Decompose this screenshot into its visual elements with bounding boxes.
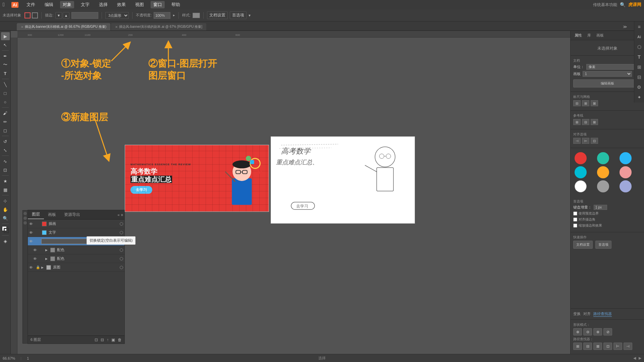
move-selection-to-layer[interactable]: ↑ (107, 338, 109, 342)
layer-target-illustration[interactable] (120, 222, 123, 226)
menu-edit[interactable]: 编辑 (42, 1, 56, 8)
outline-btn[interactable]: ⊢ (613, 343, 622, 350)
swatch-blue[interactable] (620, 152, 632, 164)
bar-chart-tool[interactable]: ▦ (1, 186, 10, 194)
delete-layer[interactable]: 🗑 (118, 338, 122, 342)
draw-mode[interactable]: ◈ (1, 237, 10, 245)
menu-file[interactable]: 文件 (24, 1, 38, 8)
status-nav-right[interactable]: ▶ (639, 356, 641, 360)
tab-asset-export[interactable]: 资源导出 (60, 210, 84, 219)
tab-transform[interactable]: 变换 (573, 311, 581, 317)
menu-help[interactable]: 帮助 (169, 1, 183, 8)
rp-effect-icon[interactable]: ✦ (635, 93, 643, 101)
rp-ai-icon[interactable]: Ai (635, 33, 643, 41)
pen-tool[interactable]: ✒ (1, 52, 10, 60)
layer-vis-editing[interactable]: 👁 (29, 239, 35, 243)
trim-btn[interactable]: ⊟ (583, 343, 592, 350)
hand-tool[interactable]: ✋ (1, 205, 10, 214)
artboard-select[interactable]: 1 (583, 71, 632, 77)
snap-bounds-check[interactable] (573, 212, 577, 216)
swatch-cyan[interactable] (575, 166, 587, 178)
tab-2[interactable]: ✕ 插边风-banner演示稿的副本.ai @ 67% [RGB/GPU 推量] (111, 23, 206, 31)
menu-view[interactable]: 视图 (132, 1, 147, 8)
swatch-indigo[interactable] (620, 180, 632, 192)
edit-artboard-btn[interactable]: 编辑画板 (573, 79, 641, 87)
canvas-content[interactable]: ①对象-锁定 -所选对象 ②窗口-图层打开 图层窗口 ③新建图层 (17, 38, 570, 354)
stroke-up[interactable]: ▴ (63, 12, 69, 19)
ellipse-tool[interactable]: ○ (1, 98, 10, 106)
curvature-tool[interactable]: 〜 (1, 61, 10, 69)
quick-preferences[interactable]: 首选项 (595, 241, 611, 249)
panel-collapse-btn[interactable]: « (117, 213, 119, 217)
intersect-btn[interactable]: ⊗ (593, 328, 602, 336)
ruler-btn[interactable]: ⊟ (573, 100, 581, 106)
canvas-area[interactable]: 300 1200 1100 200 400 600 ①对象-锁定 -所选对象 ②… (11, 31, 570, 354)
rp-settings-icon[interactable]: ⚙ (635, 83, 643, 91)
layer-target-original[interactable] (120, 266, 123, 269)
rpanel-tab-properties[interactable]: 属性 (573, 32, 583, 39)
swatch-orange[interactable] (597, 166, 609, 178)
tab-align[interactable]: 对齐 (583, 311, 591, 317)
layer-vis-illustration[interactable]: 👁 (29, 222, 35, 226)
swatch-white[interactable] (575, 180, 587, 192)
keyboard-increment-input[interactable] (594, 205, 607, 210)
snap-effects-check[interactable] (573, 224, 577, 228)
eraser-tool[interactable]: ◻ (1, 126, 10, 134)
pencil-tool[interactable]: ✏ (1, 118, 10, 126)
rpanel-tab-library[interactable]: 库 (586, 32, 592, 39)
minus-btn[interactable]: ⊖ (583, 328, 592, 336)
grid-btn[interactable]: ⊞ (582, 100, 589, 106)
template-layer[interactable]: ▣ (111, 338, 115, 342)
panel-icon-layers[interactable] (23, 221, 27, 225)
quick-doc-settings[interactable]: 文档设置 (573, 241, 593, 249)
zoom-level[interactable]: 66.67% (3, 356, 15, 360)
tab-artboards[interactable]: 画板 (44, 210, 60, 219)
line-tool[interactable]: ╲ (1, 80, 10, 88)
tab-pathfinder[interactable]: 路径查找器 (593, 311, 612, 317)
panel-icon-eye[interactable] (23, 212, 27, 215)
menu-select[interactable]: 选择 (96, 1, 110, 8)
rp-align-icon[interactable]: ⊞ (635, 63, 643, 71)
stroke-input[interactable] (71, 12, 98, 19)
new-layer-from-selection[interactable]: ⊡ (95, 338, 98, 342)
direct-select-tool[interactable]: ↖ (1, 41, 10, 49)
layer-row-text[interactable]: 👁 文字 (28, 228, 124, 237)
minus-back-btn[interactable]: ⊣ (624, 343, 632, 350)
menu-object[interactable]: 对象 (60, 1, 74, 8)
align-left-btn[interactable]: ⊣ (573, 138, 581, 144)
panel-icon-lock[interactable] (23, 217, 27, 220)
tab-layers[interactable]: 图层 (28, 210, 44, 219)
menu-effect[interactable]: 效果 (114, 1, 128, 8)
guide-btn-2[interactable]: ⊟ (582, 119, 589, 125)
rp-text-icon[interactable]: T (635, 53, 643, 61)
layer-lock-original[interactable]: 🔒 (36, 265, 40, 269)
layer-row-illustration[interactable]: 👁 插画 (28, 220, 124, 228)
panel-menu-btn[interactable]: ≡ (121, 213, 123, 217)
rect-tool[interactable]: □ (1, 89, 10, 97)
slice-tool[interactable]: ⊹ (1, 197, 10, 205)
apple-icon[interactable]:  (3, 2, 5, 8)
rp-grid-icon[interactable]: ⊟ (635, 73, 643, 81)
paintbrush-tool[interactable]: 🖌 (1, 109, 10, 117)
unit-select[interactable]: 像素 (586, 64, 641, 70)
swatch-red[interactable] (575, 152, 587, 164)
layer-target-text[interactable] (120, 231, 123, 234)
swatch-gray[interactable] (597, 180, 609, 192)
unite-btn[interactable]: ⊕ (573, 328, 582, 336)
layer-target-color1[interactable] (120, 248, 123, 252)
style-preview[interactable] (193, 13, 200, 18)
doc-settings-btn[interactable]: 文档设置 (207, 11, 228, 19)
tab-1[interactable]: ✕ 插边风-banner演示精稿.ai @ 66.67% (RGB/GPU 推量… (17, 23, 110, 31)
layer-row-color2[interactable]: 👁 ▶ 配色 (28, 254, 124, 263)
rp-shape-icon[interactable]: ⬡ (635, 43, 643, 51)
more-options[interactable]: ▾ (249, 13, 251, 18)
menu-window[interactable]: 窗口 (151, 1, 165, 8)
snap-btn[interactable]: ⊠ (591, 100, 598, 106)
menu-text[interactable]: 文字 (78, 1, 92, 8)
stroke-swatch[interactable] (32, 12, 38, 18)
guide-btn-3[interactable]: ⊠ (591, 119, 598, 125)
select-tool[interactable]: ▶ (1, 32, 10, 40)
status-nav-left[interactable]: ◀ (633, 356, 636, 360)
align-right-btn[interactable]: ⊡ (591, 138, 598, 144)
opacity-input[interactable] (154, 12, 170, 19)
